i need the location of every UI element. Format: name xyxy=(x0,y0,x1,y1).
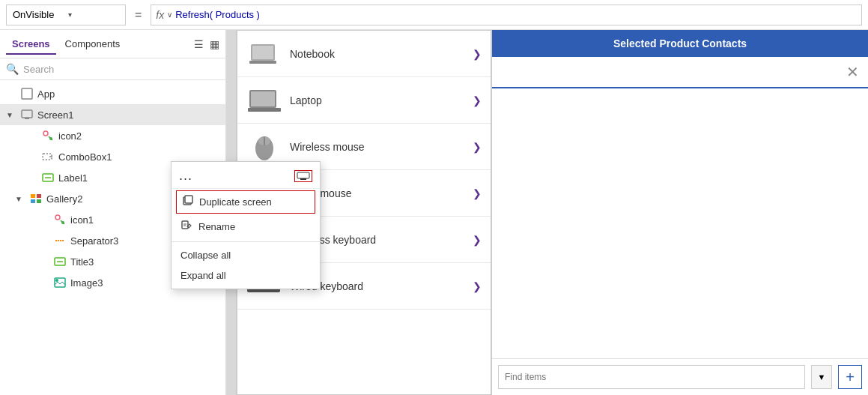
svg-rect-10 xyxy=(31,194,35,198)
separator-line-1 xyxy=(172,241,320,242)
context-menu: ... Duplicate screen Rename Collapse all xyxy=(171,161,321,289)
svg-point-16 xyxy=(61,221,64,224)
dropdown-chevron-icon: ▼ xyxy=(818,373,826,382)
rename-label: Rename xyxy=(198,221,235,232)
label-icon xyxy=(40,172,55,184)
event-dropdown-value: OnVisible xyxy=(13,9,64,20)
tab-icons[interactable]: ☰ ▦ xyxy=(194,38,219,50)
tree-item-icon2[interactable]: icon2 xyxy=(0,125,225,146)
context-item-duplicate[interactable]: Duplicate screen xyxy=(176,190,315,214)
tree-label-separator3: Separator3 xyxy=(70,235,118,247)
list-item[interactable]: Laptop ❯ xyxy=(237,77,491,124)
svg-rect-33 xyxy=(251,91,275,106)
product-chevron-wkeyboard: ❯ xyxy=(473,234,482,246)
search-input[interactable] xyxy=(23,64,219,75)
right-panel-body xyxy=(492,88,868,358)
duplicate-icon xyxy=(181,195,193,209)
context-item-expand-all[interactable]: Expand all xyxy=(172,265,320,286)
right-panel: Selected Product Contacts ✕ ▼ + xyxy=(491,30,868,395)
formula-bar[interactable]: fx ∨ Refresh( Products ) xyxy=(151,4,862,25)
tree-label-screen1: Screen1 xyxy=(37,109,73,121)
event-dropdown[interactable]: OnVisible ▾ xyxy=(6,4,126,25)
wmouse-image xyxy=(246,133,282,160)
svg-rect-25 xyxy=(185,196,192,203)
find-items-input[interactable] xyxy=(498,365,805,389)
svg-rect-13 xyxy=(37,199,41,203)
search-box: 🔍 xyxy=(0,58,225,80)
tree-label-combobox1: ComboBox1 xyxy=(58,151,112,163)
product-name-laptop: Laptop xyxy=(290,94,465,106)
tree-label-app: App xyxy=(37,88,55,100)
find-items-dropdown[interactable]: ▼ xyxy=(811,365,832,389)
grid-view-icon[interactable]: ▦ xyxy=(210,38,219,50)
svg-rect-12 xyxy=(31,199,35,203)
svg-point-3 xyxy=(43,131,48,136)
collapse-all-label: Collapse all xyxy=(180,250,231,261)
screen-icon xyxy=(19,109,34,121)
svg-rect-1 xyxy=(22,110,32,118)
right-panel-close-row: ✕ xyxy=(492,57,868,88)
tree-item-screen1[interactable]: ▼ Screen1 xyxy=(0,104,225,125)
tree-label-title3: Title3 xyxy=(70,256,94,268)
svg-point-21 xyxy=(55,279,58,282)
combobox-icon xyxy=(40,151,55,163)
context-item-collapse-all[interactable]: Collapse all xyxy=(172,245,320,265)
chevron-down-icon: ▾ xyxy=(68,10,119,19)
app-icon xyxy=(19,88,34,100)
svg-rect-2 xyxy=(25,118,29,119)
canvas-area: Notebook ❯ Laptop ❯ xyxy=(226,30,868,395)
svg-rect-26 xyxy=(182,221,188,229)
product-name-wmouse: Wireless mouse xyxy=(290,141,465,153)
close-button[interactable]: ✕ xyxy=(846,63,859,81)
equals-sign: = xyxy=(132,8,145,22)
tree-label-gallery2: Gallery2 xyxy=(46,193,82,205)
icon2-icon xyxy=(40,130,55,142)
product-name-notebook: Notebook xyxy=(290,48,465,60)
right-panel-footer: ▼ + xyxy=(492,358,868,395)
tab-bar: Screens Components ☰ ▦ xyxy=(0,30,225,58)
laptop-image xyxy=(246,87,282,114)
three-dots-icon: ... xyxy=(179,168,192,184)
product-chevron-keyboard: ❯ xyxy=(473,280,482,292)
search-icon: 🔍 xyxy=(6,63,19,75)
tab-components[interactable]: Components xyxy=(59,34,127,54)
context-item-rename[interactable]: Rename xyxy=(172,215,320,238)
expand-all-label: Expand all xyxy=(180,270,226,281)
context-menu-header: ... xyxy=(172,165,320,189)
add-button[interactable]: + xyxy=(838,365,862,389)
svg-rect-23 xyxy=(300,178,306,180)
svg-point-14 xyxy=(55,215,60,220)
product-chevron-mouse: ❯ xyxy=(473,187,482,199)
tree-expand-screen1: ▼ xyxy=(6,111,16,119)
product-chevron-laptop: ❯ xyxy=(473,94,482,106)
product-chevron-wmouse: ❯ xyxy=(473,141,482,153)
formula-content: Refresh( Products ) xyxy=(175,9,260,20)
right-panel-header: Selected Product Contacts xyxy=(492,30,868,57)
gallery-icon xyxy=(28,193,43,205)
icon1-icon xyxy=(52,214,67,226)
fx-chevron-icon: ∨ xyxy=(167,10,172,19)
left-panel: Screens Components ☰ ▦ 🔍 App ▼ xyxy=(0,30,226,395)
svg-rect-0 xyxy=(22,88,32,99)
tree-item-app[interactable]: App xyxy=(0,83,225,104)
list-item[interactable]: Notebook ❯ xyxy=(237,31,491,77)
svg-rect-31 xyxy=(249,61,276,64)
product-chevron-notebook: ❯ xyxy=(473,48,482,60)
tree-label-label1: Label1 xyxy=(58,172,88,184)
title3-icon xyxy=(52,256,67,268)
svg-point-5 xyxy=(49,137,52,140)
tab-screens[interactable]: Screens xyxy=(6,34,56,54)
svg-rect-30 xyxy=(252,46,273,59)
main-layout: Screens Components ☰ ▦ 🔍 App ▼ xyxy=(0,30,868,395)
tree-label-icon2: icon2 xyxy=(58,130,82,142)
svg-rect-22 xyxy=(297,172,309,178)
top-bar: OnVisible ▾ = fx ∨ Refresh( Products ) xyxy=(0,0,868,30)
screen-mini-icon xyxy=(294,170,312,182)
notebook-image xyxy=(246,40,282,67)
separator3-icon xyxy=(52,235,67,247)
right-panel-title: Selected Product Contacts xyxy=(613,37,747,49)
list-view-icon[interactable]: ☰ xyxy=(194,38,204,50)
duplicate-label: Duplicate screen xyxy=(199,196,272,208)
tree-label-image3: Image3 xyxy=(70,277,103,289)
fx-label: fx xyxy=(156,9,164,21)
